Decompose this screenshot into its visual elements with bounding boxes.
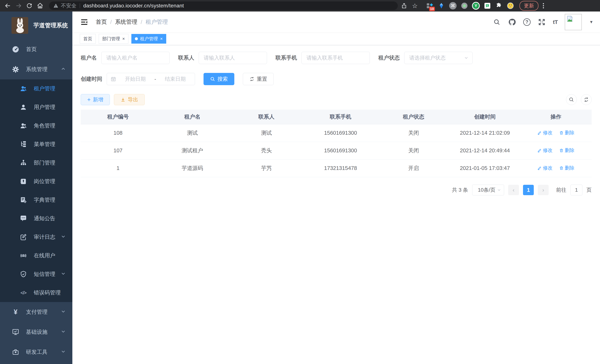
pencil-icon — [537, 148, 542, 153]
extension-tabs-icon[interactable]: 10 — [426, 2, 434, 10]
sidebar-logo-row[interactable]: 芋道管理系统 — [0, 11, 72, 39]
fullscreen-button[interactable] — [538, 18, 546, 26]
sidebar-item-notice[interactable]: 通知公告 — [0, 209, 72, 228]
sidebar-item-role[interactable]: 角色管理 — [0, 117, 72, 135]
table-row: 1 芋道源码 芋艿 17321315478 开启 2021-01-05 17:0… — [81, 159, 592, 177]
sidebar-item-online-users[interactable]: 在线用户 — [0, 246, 72, 265]
sidebar-item-home[interactable]: 首页 — [0, 39, 72, 59]
calendar-icon — [111, 76, 116, 82]
app-title: 芋道管理系统 — [33, 21, 68, 29]
breadcrumb-system[interactable]: 系统管理 — [115, 18, 137, 26]
edit-link[interactable]: 修改 — [537, 165, 553, 171]
sidebar-item-system[interactable]: 系统管理 — [0, 59, 72, 79]
edit-link[interactable]: 修改 — [537, 147, 553, 154]
extension-y-icon[interactable]: Y — [472, 2, 480, 10]
cell-status: 开启 — [377, 159, 450, 177]
browser-menu-button[interactable] — [543, 3, 544, 8]
tag-dept[interactable]: 部门管理 × — [99, 34, 128, 44]
github-link-button[interactable] — [508, 18, 516, 26]
goto-page-input[interactable] — [571, 185, 582, 195]
contact-input[interactable] — [199, 52, 267, 64]
delete-link[interactable]: 删除 — [559, 147, 574, 154]
extensions-puzzle-button[interactable] — [495, 2, 503, 10]
add-button[interactable]: + 新增 — [81, 94, 110, 105]
col-status: 租户状态 — [377, 110, 450, 124]
security-status-label[interactable]: 不安全 — [61, 2, 76, 9]
export-button[interactable]: 导出 — [114, 94, 145, 105]
font-size-button[interactable]: tT — [553, 19, 558, 25]
help-button[interactable]: ? — [523, 18, 531, 26]
goto-label: 前往 — [556, 187, 566, 194]
trash-icon — [559, 166, 564, 170]
chevron-down-icon — [497, 188, 501, 192]
mobile-label: 联系手机 — [275, 54, 297, 62]
bookmark-button[interactable]: ☆ — [410, 1, 419, 10]
browser-home-button[interactable] — [36, 1, 45, 10]
sidebar: 芋道管理系统 首页 系统管理 — [0, 11, 72, 364]
refresh-table-button[interactable] — [581, 94, 592, 105]
extension-chat-icon[interactable] — [484, 2, 491, 10]
end-date-placeholder[interactable]: 结束日期 — [159, 75, 191, 83]
emoji-avatar-icon — [506, 2, 514, 10]
browser-forward-button[interactable] — [14, 1, 23, 10]
sidebar-item-infra[interactable]: 基础设施 — [0, 322, 72, 342]
search-button[interactable]: 搜索 — [204, 73, 234, 85]
edit-link[interactable]: 修改 — [537, 130, 553, 136]
share-button[interactable] — [400, 1, 409, 10]
status-select[interactable]: 请选择租户状态 — [404, 52, 473, 64]
tag-tenant[interactable]: 租户管理 × — [131, 34, 166, 44]
table-toolbar: + 新增 导出 — [81, 94, 592, 105]
delete-link[interactable]: 删除 — [559, 165, 574, 171]
start-date-placeholder[interactable]: 开始日期 — [120, 75, 151, 83]
breadcrumb-home[interactable]: 首页 — [96, 18, 107, 26]
sidebar-item-error-code[interactable]: </> 错误码管理 — [0, 283, 72, 302]
browser-reload-button[interactable] — [25, 1, 34, 10]
extension-command-icon[interactable]: ⌘ — [449, 2, 457, 10]
sidebar-item-dict[interactable]: 字典管理 — [0, 191, 72, 209]
delete-link[interactable]: 删除 — [559, 130, 574, 136]
page-size-select[interactable]: 10条/页 — [472, 185, 504, 195]
extension-kite-icon[interactable] — [438, 2, 445, 10]
sidebar-item-tenant[interactable]: 租户管理 — [0, 79, 72, 98]
org-tree-icon — [19, 159, 28, 167]
sidebar-item-dev-tools[interactable]: 研发工具 — [0, 342, 72, 362]
puzzle-icon — [495, 2, 502, 9]
sidebar-item-audit-log[interactable]: 审计日志 — [0, 228, 72, 246]
reset-button[interactable]: 重置 — [243, 73, 274, 85]
sidebar-collapse-button[interactable] — [80, 18, 89, 27]
page-number-button[interactable]: 1 — [523, 185, 534, 195]
tenant-name-input[interactable] — [101, 52, 169, 64]
sidebar-item-post[interactable]: 岗位管理 — [0, 172, 72, 191]
profile-avatar-button[interactable] — [506, 2, 514, 10]
address-bar[interactable]: 不安全 dashboard.yudao.iocoder.cn/system/te… — [49, 1, 398, 10]
rabbit-logo-icon — [11, 17, 28, 34]
sidebar-item-user[interactable]: 用户管理 — [0, 98, 72, 117]
not-secure-warning-icon — [53, 3, 59, 9]
fullscreen-icon — [538, 18, 545, 26]
table-tools — [566, 94, 592, 105]
next-page-button[interactable]: › — [538, 185, 549, 195]
header-search-button[interactable] — [493, 18, 501, 26]
close-icon[interactable]: × — [160, 36, 163, 41]
cell-contact: 芋艿 — [229, 159, 303, 177]
back-arrow-icon — [4, 2, 11, 9]
filter-contact: 联系人 — [178, 52, 267, 64]
prev-page-button[interactable]: ‹ — [508, 185, 519, 195]
mobile-input[interactable] — [301, 52, 370, 64]
page-url[interactable]: dashboard.yudao.iocoder.cn/system/tenant — [83, 3, 184, 9]
close-icon[interactable]: × — [122, 36, 125, 41]
avatar-caret-icon[interactable]: ▼ — [589, 20, 593, 25]
sidebar-item-menu[interactable]: 菜单管理 — [0, 135, 72, 154]
tag-home[interactable]: 首页 — [80, 34, 96, 44]
extension-record-icon[interactable] — [460, 2, 468, 10]
tie-badge-icon — [19, 177, 28, 186]
sidebar-item-dept[interactable]: 部门管理 — [0, 154, 72, 172]
sidebar-item-pay[interactable]: ¥ 支付管理 — [0, 302, 72, 322]
user-avatar[interactable] — [565, 14, 582, 30]
date-range-picker[interactable]: 开始日期 - 结束日期 — [107, 73, 195, 85]
sidebar-item-sms[interactable]: 短信管理 — [0, 265, 72, 283]
cell-mobile: 15601691300 — [303, 124, 377, 142]
browser-update-button[interactable]: 更新 — [519, 1, 538, 10]
browser-back-button[interactable] — [3, 1, 12, 10]
show-search-toggle-button[interactable] — [566, 94, 577, 105]
